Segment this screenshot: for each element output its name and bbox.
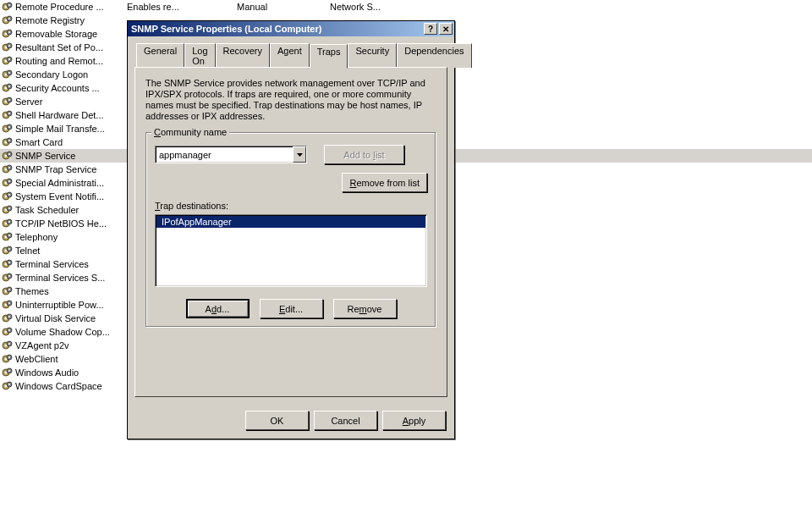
ok-button[interactable]: OK: [245, 411, 309, 430]
tab-log-on[interactable]: Log On: [184, 43, 215, 68]
service-icon: [2, 177, 14, 189]
service-name: SNMP Trap Service: [15, 164, 127, 174]
service-name: Terminal Services: [15, 259, 127, 269]
community-combo[interactable]: [155, 146, 307, 163]
svg-point-67: [8, 221, 10, 223]
svg-point-15: [8, 45, 10, 47]
community-input[interactable]: [156, 146, 293, 163]
tab-general[interactable]: General: [136, 43, 184, 68]
service-name: Windows Audio: [15, 367, 127, 378]
service-icon: [2, 245, 14, 257]
dialog-title: SNMP Service Properties (Local Computer): [131, 24, 422, 34]
remove-from-list-button[interactable]: Remove from list: [342, 173, 427, 192]
snmp-properties-dialog: SNMP Service Properties (Local Computer)…: [127, 20, 455, 439]
add-button[interactable]: Add...: [186, 299, 250, 318]
apply-button[interactable]: Apply: [382, 411, 446, 430]
service-name: Shell Hardware Det...: [15, 110, 127, 120]
service-icon: [2, 123, 14, 135]
service-name: Themes: [15, 286, 127, 296]
svg-point-51: [8, 167, 10, 168]
svg-point-95: [8, 316, 10, 318]
service-name: TCP/IP NetBIOS He...: [15, 218, 127, 229]
service-icon: [2, 380, 14, 392]
service-icon: [2, 109, 14, 121]
service-name: System Event Notifi...: [15, 191, 127, 202]
add-to-list-button[interactable]: Add to list: [324, 145, 404, 164]
dialog-footer: OK Cancel Apply: [128, 404, 454, 439]
svg-point-55: [8, 180, 10, 182]
svg-point-47: [8, 153, 10, 155]
service-icon: [2, 28, 14, 40]
svg-point-19: [8, 58, 10, 60]
svg-point-3: [8, 4, 10, 6]
service-name: Resultant Set of Po...: [15, 42, 127, 52]
service-name: Special Administrati...: [15, 178, 127, 188]
svg-point-111: [8, 370, 10, 372]
service-name: Volume Shadow Cop...: [15, 327, 127, 337]
tab-security[interactable]: Security: [348, 43, 397, 68]
service-icon: [2, 218, 14, 229]
service-icon: [2, 285, 14, 297]
tab-panel-traps: The SNMP Service provides network manage…: [134, 67, 447, 397]
service-icon: [2, 299, 14, 311]
help-button[interactable]: ?: [424, 23, 437, 35]
tab-traps[interactable]: Traps: [310, 44, 348, 69]
tab-dependencies[interactable]: Dependencies: [397, 43, 471, 68]
edit-button[interactable]: Edit...: [260, 299, 323, 318]
service-icon: [2, 367, 14, 378]
tab-recovery[interactable]: Recovery: [216, 43, 270, 68]
service-name: Windows CardSpace: [15, 381, 127, 391]
svg-point-23: [8, 72, 10, 74]
service-row[interactable]: Remote Procedure ...Enables re...ManualN…: [0, 0, 812, 14]
service-name: Secondary Logon: [15, 69, 127, 80]
svg-point-31: [8, 99, 10, 101]
svg-point-91: [8, 302, 10, 304]
svg-point-35: [8, 113, 10, 114]
tab-agent[interactable]: Agent: [270, 43, 310, 68]
service-icon: [2, 340, 14, 351]
service-icon: [2, 150, 14, 162]
service-icon: [2, 96, 14, 108]
service-name: Remote Registry: [15, 15, 127, 25]
service-name: Removable Storage: [15, 29, 127, 39]
svg-point-87: [8, 289, 10, 290]
service-logon: Network S...: [330, 2, 431, 12]
svg-point-63: [8, 207, 10, 209]
svg-point-83: [8, 275, 10, 277]
trap-destinations-listbox[interactable]: IPofAppManager: [155, 214, 427, 287]
service-icon: [2, 82, 14, 94]
svg-marker-116: [297, 153, 303, 157]
service-icon: [2, 163, 14, 175]
dialog-body: GeneralLog OnRecoveryAgentTrapsSecurityD…: [128, 36, 454, 404]
service-icon: [2, 14, 14, 26]
svg-point-99: [8, 329, 10, 331]
service-description: Enables re...: [127, 2, 237, 12]
combo-dropdown-button[interactable]: [293, 146, 306, 163]
service-name: Uninterruptible Pow...: [15, 300, 127, 310]
svg-point-7: [8, 18, 10, 19]
remove-button[interactable]: Remove: [333, 299, 397, 318]
tabstrip: GeneralLog OnRecoveryAgentTrapsSecurityD…: [134, 43, 447, 68]
svg-point-59: [8, 194, 10, 196]
cancel-button[interactable]: Cancel: [314, 411, 377, 430]
list-item[interactable]: IPofAppManager: [156, 216, 425, 228]
svg-point-43: [8, 140, 10, 141]
service-name: Routing and Remot...: [15, 56, 127, 66]
service-name: Telephony: [15, 232, 127, 242]
svg-point-79: [8, 262, 10, 263]
titlebar[interactable]: SNMP Service Properties (Local Computer)…: [128, 21, 454, 36]
service-icon: [2, 312, 14, 324]
service-icon: [2, 55, 14, 67]
svg-point-115: [8, 384, 10, 385]
svg-point-39: [8, 126, 10, 128]
svg-point-107: [8, 356, 10, 358]
trap-destinations-label: Trap destinations:: [155, 201, 427, 211]
service-icon: [2, 353, 14, 365]
service-icon: [2, 190, 14, 202]
service-name: Simple Mail Transfe...: [15, 124, 127, 134]
traps-description: The SNMP Service provides network manage…: [145, 78, 436, 122]
service-name: WebClient: [15, 354, 127, 364]
service-name: Remote Procedure ...: [15, 2, 127, 12]
close-button[interactable]: ✕: [439, 23, 453, 35]
service-icon: [2, 272, 14, 284]
